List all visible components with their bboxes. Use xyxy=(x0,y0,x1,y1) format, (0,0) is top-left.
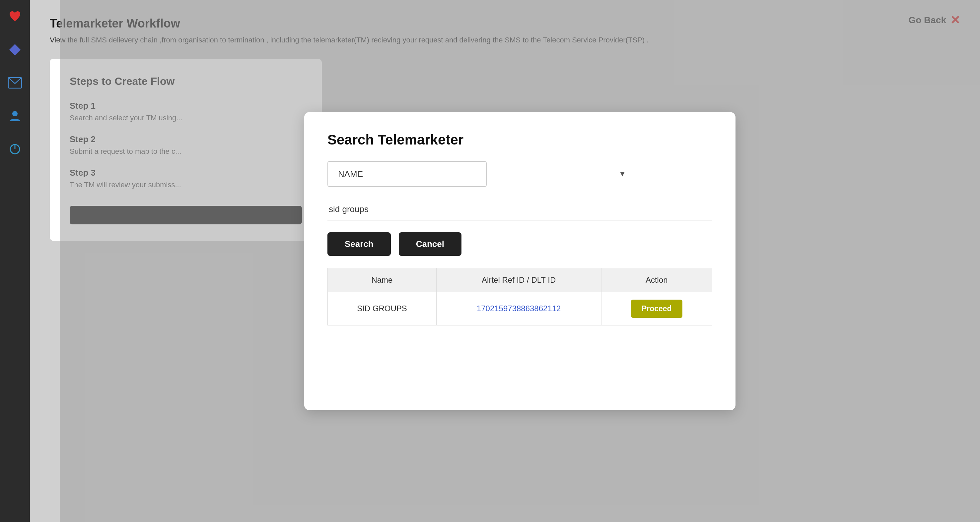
svg-point-2 xyxy=(12,111,18,116)
button-row: Search Cancel xyxy=(328,232,712,256)
search-input-wrapper xyxy=(328,199,712,221)
svg-rect-0 xyxy=(9,44,21,56)
main-content: Go Back ✕ Telemarketer Workflow View the… xyxy=(30,0,980,522)
user-icon[interactable] xyxy=(5,106,25,126)
proceed-button[interactable]: Proceed xyxy=(631,300,682,318)
search-button[interactable]: Search xyxy=(328,232,391,256)
results-table: Name Airtel Ref ID / DLT ID Action SID G… xyxy=(328,268,712,325)
col-airtel-ref: Airtel Ref ID / DLT ID xyxy=(436,268,601,292)
row-action: Proceed xyxy=(601,292,712,325)
search-input[interactable] xyxy=(328,199,712,221)
envelope-icon[interactable] xyxy=(5,73,25,93)
diamond-icon[interactable] xyxy=(5,40,25,60)
row-airtel-ref: 1702159738863862112 xyxy=(436,292,601,325)
col-action: Action xyxy=(601,268,712,292)
search-type-wrapper: NAME ID ▼ xyxy=(328,161,712,187)
search-telemarketer-modal: Search Telemarketer NAME ID ▼ Search Can… xyxy=(304,112,735,410)
modal-overlay: Search Telemarketer NAME ID ▼ Search Can… xyxy=(60,0,980,522)
chevron-down-icon: ▼ xyxy=(619,170,626,178)
sidebar xyxy=(0,0,30,522)
col-name: Name xyxy=(328,268,437,292)
cancel-button[interactable]: Cancel xyxy=(399,232,461,256)
search-type-select[interactable]: NAME ID xyxy=(328,161,487,187)
power-icon[interactable] xyxy=(5,139,25,159)
heart-icon[interactable] xyxy=(5,6,25,27)
modal-title: Search Telemarketer xyxy=(328,132,712,148)
table-row: SID GROUPS 1702159738863862112 Proceed xyxy=(328,292,712,325)
row-name: SID GROUPS xyxy=(328,292,437,325)
